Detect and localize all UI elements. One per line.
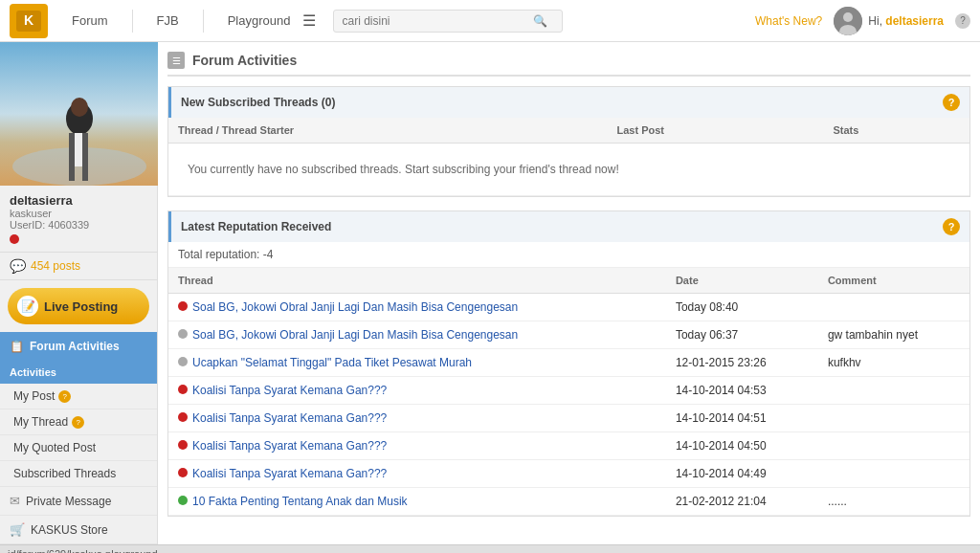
- rep-col-thread: Thread: [168, 268, 666, 294]
- rep-thread-cell: Koalisi Tanpa Syarat Kemana Gan???: [168, 460, 666, 488]
- sidebar-item-private-message[interactable]: ✉ Private Message: [0, 487, 157, 516]
- section-header-icon: ☰: [167, 52, 185, 69]
- nav-fjb[interactable]: FJB: [152, 0, 184, 42]
- rep-date-cell: Today 06:37: [666, 321, 818, 349]
- top-navigation: K Forum FJB Playground ☰ 🔍 What's New? H…: [0, 0, 980, 42]
- rep-date-cell: 14-10-2014 04:53: [666, 377, 818, 405]
- live-posting-icon: 📝: [17, 296, 38, 317]
- section-header: ☰ Forum Activities: [167, 52, 970, 77]
- search-input[interactable]: [342, 14, 533, 28]
- col-thread-starter: Thread / Thread Starter: [168, 118, 608, 144]
- rep-comment-cell: kufkhv: [818, 349, 969, 377]
- user-info: deltasierra kaskuser UserID: 4060339: [0, 186, 157, 253]
- rep-thread-cell: Soal BG, Jokowi Obral Janji Lagi Dan Mas…: [168, 294, 666, 321]
- live-posting-button[interactable]: 📝 Live Posting: [8, 288, 149, 324]
- private-message-icon: ✉: [10, 494, 20, 508]
- reputation-box: Latest Reputation Received ? Total reput…: [167, 210, 970, 517]
- rep-comment-cell: ......: [818, 488, 969, 516]
- rep-thread-link[interactable]: 10 Fakta Penting Tentang Anak dan Musik: [192, 495, 408, 508]
- rep-date-cell: 21-02-2012 21:04: [666, 488, 818, 516]
- rep-dot: [178, 301, 188, 311]
- live-posting-label: Live Posting: [44, 299, 118, 314]
- rep-thread-cell: Soal BG, Jokowi Obral Janji Lagi Dan Mas…: [168, 321, 666, 349]
- kaskus-store-icon: 🛒: [10, 522, 25, 537]
- whats-new-link[interactable]: What's New?: [755, 14, 822, 28]
- rep-date-cell: 14-10-2014 04:49: [666, 460, 818, 488]
- rep-table-row: Koalisi Tanpa Syarat Kemana Gan???14-10-…: [168, 432, 969, 460]
- svg-point-4: [843, 12, 853, 22]
- sidebar-username: deltasierra: [10, 193, 147, 208]
- subscribed-help-icon[interactable]: ?: [943, 94, 960, 111]
- rep-thread-cell: Koalisi Tanpa Syarat Kemana Gan???: [168, 405, 666, 432]
- hamburger-icon[interactable]: ☰: [295, 11, 323, 30]
- nav-separator-2: [203, 10, 204, 33]
- rep-thread-link[interactable]: Koalisi Tanpa Syarat Kemana Gan???: [192, 384, 387, 397]
- nav-playground[interactable]: Playground: [223, 0, 296, 42]
- rep-dot: [178, 468, 188, 477]
- hi-user-label: Hi, deltasierra: [868, 14, 944, 28]
- section-header-title: Forum Activities: [192, 53, 297, 68]
- avatar[interactable]: [834, 7, 862, 35]
- my-post-info-icon[interactable]: ?: [58, 390, 71, 403]
- rep-thread-link[interactable]: Koalisi Tanpa Syarat Kemana Gan???: [192, 467, 387, 480]
- rep-table-row: Koalisi Tanpa Syarat Kemana Gan???14-10-…: [168, 405, 969, 432]
- sidebar-menu: My Post ? My Thread ? My Quoted Post Sub…: [0, 384, 157, 487]
- rep-date-cell: 14-10-2014 04:51: [666, 405, 818, 432]
- rep-dot: [178, 357, 188, 366]
- logged-in-username: deltasierra: [885, 14, 944, 28]
- subscribed-header: New Subscribed Threads (0) ?: [168, 87, 969, 118]
- sidebar-item-my-quoted-post[interactable]: My Quoted Post: [0, 435, 157, 461]
- comment-icon: 💬: [10, 258, 26, 274]
- rep-table-row: Koalisi Tanpa Syarat Kemana Gan???14-10-…: [168, 377, 969, 405]
- reputation-help-icon[interactable]: ?: [943, 218, 960, 235]
- rep-dot: [178, 496, 188, 505]
- main-layout: deltasierra kaskuser UserID: 4060339 💬 4…: [0, 42, 980, 544]
- forum-activities-button[interactable]: 📋 Forum Activities: [0, 332, 157, 361]
- forum-activities-icon: 📋: [10, 340, 24, 353]
- help-icon[interactable]: ?: [955, 13, 970, 29]
- nav-forum[interactable]: Forum: [67, 0, 113, 42]
- rep-thread-cell: Koalisi Tanpa Syarat Kemana Gan???: [168, 432, 666, 460]
- private-message-label: Private Message: [26, 495, 111, 508]
- logo[interactable]: K: [10, 4, 48, 38]
- rep-thread-link[interactable]: Koalisi Tanpa Syarat Kemana Gan???: [192, 439, 387, 453]
- sidebar-item-my-thread[interactable]: My Thread ?: [0, 409, 157, 435]
- rep-comment-cell: [818, 432, 969, 460]
- nav-separator-1: [132, 10, 133, 33]
- user-avatar-area: Hi, deltasierra: [834, 7, 944, 35]
- search-icon[interactable]: 🔍: [533, 14, 547, 28]
- rep-thread-cell: Koalisi Tanpa Syarat Kemana Gan???: [168, 377, 666, 405]
- posts-count[interactable]: 💬 454 posts: [0, 253, 157, 280]
- my-post-label: My Post: [13, 389, 55, 403]
- my-quoted-post-label: My Quoted Post: [13, 441, 96, 454]
- total-rep-value: -4: [263, 248, 274, 261]
- svg-text:K: K: [24, 12, 33, 28]
- rep-thread-link[interactable]: Soal BG, Jokowi Obral Janji Lagi Dan Mas…: [192, 328, 518, 342]
- rep-comment-cell: [818, 405, 969, 432]
- subscribed-threads-label: Subscribed Threads: [13, 467, 116, 480]
- sidebar-item-my-post[interactable]: My Post ?: [0, 384, 157, 409]
- sidebar-userlevel: kaskuser: [10, 208, 147, 219]
- posts-count-label: 454 posts: [31, 259, 80, 273]
- rep-thread-link[interactable]: Koalisi Tanpa Syarat Kemana Gan???: [192, 411, 387, 425]
- rep-thread-link[interactable]: Ucapkan "Selamat Tinggal" Pada Tiket Pes…: [192, 356, 472, 369]
- col-stats: Stats: [823, 118, 969, 144]
- svg-rect-11: [82, 133, 88, 181]
- nav-items: Forum FJB Playground: [67, 0, 295, 42]
- rep-thread-link[interactable]: Soal BG, Jokowi Obral Janji Lagi Dan Mas…: [192, 300, 518, 314]
- forum-activities-label: Forum Activities: [30, 340, 120, 353]
- sidebar-item-subscribed-threads[interactable]: Subscribed Threads: [0, 461, 157, 487]
- search-box: 🔍: [333, 10, 563, 33]
- rep-col-comment: Comment: [818, 268, 969, 294]
- sidebar-userid: UserID: 4060339: [10, 219, 147, 231]
- sidebar-item-kaskus-store[interactable]: 🛒 KASKUS Store: [0, 516, 157, 544]
- activities-section: Activities: [0, 361, 157, 384]
- total-rep-label: Total reputation:: [178, 248, 259, 261]
- reputation-title: Latest Reputation Received: [181, 220, 331, 233]
- my-thread-info-icon[interactable]: ?: [72, 416, 84, 429]
- rep-comment-cell: gw tambahin nyet: [818, 321, 969, 349]
- main-content: ☰ Forum Activities New Subscribed Thread…: [158, 42, 980, 544]
- rep-thread-cell: Ucapkan "Selamat Tinggal" Pada Tiket Pes…: [168, 349, 666, 377]
- subscribed-header-title: New Subscribed Threads (0): [181, 96, 335, 109]
- rep-comment-cell: [818, 377, 969, 405]
